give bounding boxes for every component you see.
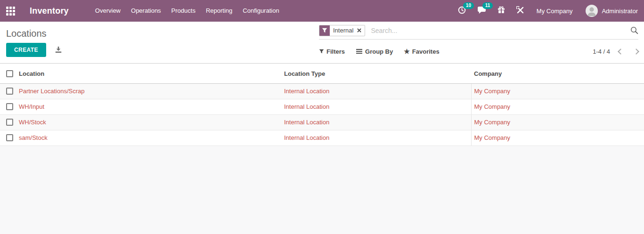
control-panel-right: Internal Filters [319,22,638,63]
group-by-icon [356,51,362,52]
filter-facet-icon [319,25,330,36]
location-type-cell[interactable]: Internal Location [281,114,471,130]
locations-table: Location Location Type Company Partner L… [0,65,644,146]
user-menu[interactable]: Administrator [572,5,638,17]
location-cell[interactable]: WH/Input [16,99,281,114]
activities-button[interactable]: 10 [458,6,466,16]
list-view: Location Location Type Company Partner L… [0,64,644,146]
company-cell[interactable]: My Company [471,83,644,99]
table-row[interactable]: sam/Stock Internal Location My Company [0,130,644,145]
facet-remove-icon[interactable] [357,25,365,36]
column-header-company[interactable]: Company [471,65,644,83]
download-icon [55,46,62,54]
pager: 1-4 / 4 [593,48,638,55]
page-title: Locations [6,27,62,40]
user-name: Administrator [602,8,638,15]
select-all-checkbox[interactable] [6,70,13,77]
funnel-icon [319,49,324,54]
select-all-cell [0,65,16,83]
table-row[interactable]: WH/Stock Internal Location My Company [0,114,644,130]
pager-next-icon[interactable] [633,48,639,55]
row-checkbox-cell [0,130,16,145]
create-button[interactable]: CREATE [6,43,46,57]
messages-badge: 11 [482,2,493,9]
tools-icon [516,6,524,16]
location-type-cell[interactable]: Internal Location [281,99,471,114]
main-menu: Overview Operations Products Reporting C… [90,0,285,22]
apps-grid-icon[interactable] [6,7,15,16]
menu-configuration[interactable]: Configuration [237,0,284,22]
location-type-cell[interactable]: Internal Location [281,83,471,99]
top-navbar: Inventory Overview Operations Products R… [0,0,644,22]
pager-range: 1-4 / 4 [593,48,610,55]
filters-button[interactable]: Filters [319,48,345,55]
row-checkbox[interactable] [6,119,13,126]
search-icon[interactable] [630,26,638,34]
avatar [586,5,598,17]
search-input[interactable] [370,26,627,35]
company-switcher[interactable]: My Company [537,8,573,15]
row-checkbox-cell [0,83,16,99]
locations-table-body: Partner Locations/Scrap Internal Locatio… [0,83,644,145]
control-panel-left: Locations CREATE [6,22,62,57]
row-checkbox-cell [0,114,16,130]
table-row[interactable]: WH/Input Internal Location My Company [0,99,644,114]
menu-products[interactable]: Products [166,0,201,22]
search-facet: Internal [319,25,365,36]
location-cell[interactable]: Partner Locations/Scrap [16,83,281,99]
pager-previous-icon[interactable] [618,48,624,55]
app-title[interactable]: Inventory [30,6,69,16]
menu-reporting[interactable]: Reporting [201,0,237,22]
menu-operations[interactable]: Operations [126,0,166,22]
control-panel: Locations CREATE Internal [0,22,644,64]
gift-button[interactable] [497,6,505,16]
location-cell[interactable]: WH/Stock [16,114,281,130]
systray: 10 11 [447,5,638,17]
company-cell[interactable]: My Company [471,99,644,114]
location-type-cell[interactable]: Internal Location [281,130,471,145]
search-options: Filters Group By ★ Favorites 1-4 / 4 [319,40,638,63]
location-cell[interactable]: sam/Stock [16,130,281,145]
gift-icon [497,6,505,16]
facet-value: Internal [330,25,357,36]
messages-button[interactable]: 11 [477,6,486,16]
group-by-button[interactable]: Group By [356,48,393,55]
table-header-row: Location Location Type Company [0,65,644,83]
search-bar: Internal [319,22,638,40]
row-checkbox[interactable] [6,88,13,95]
activities-badge: 10 [463,2,474,9]
star-icon: ★ [404,48,410,55]
tools-button[interactable] [516,6,524,16]
favorites-button[interactable]: ★ Favorites [404,48,439,55]
menu-overview[interactable]: Overview [90,0,126,22]
row-checkbox[interactable] [6,134,13,141]
row-checkbox[interactable] [6,103,13,110]
company-cell[interactable]: My Company [471,130,644,145]
row-checkbox-cell [0,99,16,114]
table-row[interactable]: Partner Locations/Scrap Internal Locatio… [0,83,644,99]
export-button[interactable] [55,46,62,54]
column-header-location[interactable]: Location [16,65,281,83]
company-cell[interactable]: My Company [471,114,644,130]
column-header-location-type[interactable]: Location Type [281,65,471,83]
